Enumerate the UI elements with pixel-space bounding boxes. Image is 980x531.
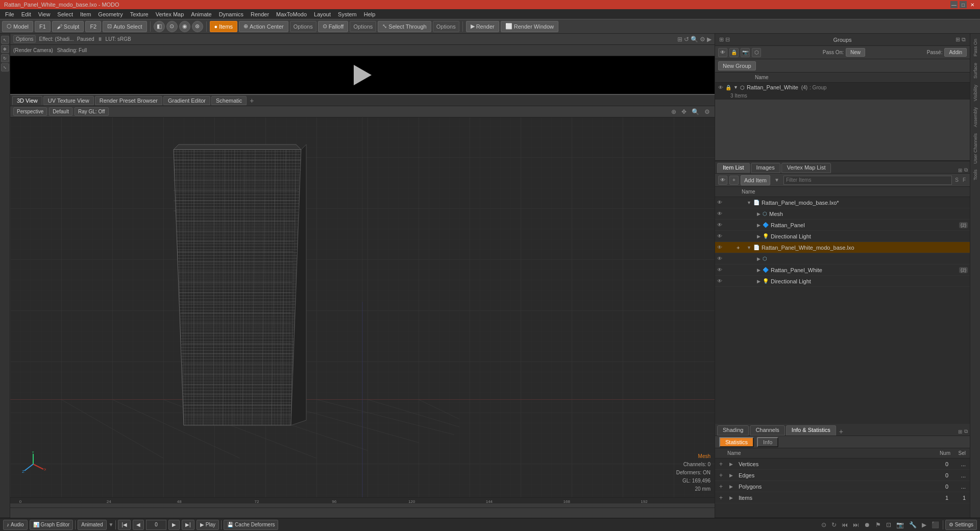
f1-button[interactable]: F1 [35, 21, 51, 32]
item-row-2-arrow[interactable]: ▶ [757, 223, 761, 228]
item-row-0[interactable]: 👁 ▼ 📄 Rattan_Panel_modo_base.lxo* [715, 197, 970, 208]
bottom-icon-4[interactable]: ⏭ [851, 521, 861, 528]
tab-shading[interactable]: Shading [717, 425, 749, 436]
tab-item-list[interactable]: Item List [717, 163, 750, 173]
sculpt-button[interactable]: 🖌 Sculpt [52, 21, 84, 32]
bottom-panel-expand-icon[interactable]: ⊞ [958, 429, 962, 435]
item-list-add-icon[interactable]: + [729, 176, 739, 185]
far-right-tab-visibility[interactable]: Visibility [972, 82, 979, 104]
auto-select-button[interactable]: ⊡ Auto Select [103, 21, 146, 32]
item-list-eye-icon[interactable]: 👁 [718, 176, 727, 185]
stats-arrow-items[interactable]: ▶ [729, 495, 737, 500]
new-group-button[interactable]: New Group [718, 61, 756, 70]
stats-arrow-edges[interactable]: ▶ [729, 473, 737, 478]
preview-icon-2[interactable]: ↺ [684, 36, 689, 43]
close-button[interactable]: ✕ [969, 1, 976, 8]
tab-uv-texture[interactable]: UV Texture View [43, 96, 94, 105]
play-button-bottom[interactable]: ▶ Play [197, 520, 219, 530]
render-window-button[interactable]: ⬜ Render Window [501, 21, 558, 32]
item-row-1-arrow[interactable]: ▶ [757, 211, 761, 216]
item-row-6-eye[interactable]: 👁 [717, 267, 724, 273]
groups-eye-icon[interactable]: 👁 [718, 48, 727, 57]
cache-deformers-button[interactable]: 💾 Cache Deformers [224, 520, 278, 530]
menu-vertex-map[interactable]: Vertex Map [153, 10, 187, 18]
bottom-icon-2[interactable]: ↻ [830, 521, 838, 528]
far-right-tab-user-channels[interactable]: User Channels [972, 130, 979, 167]
item-row-0-eye[interactable]: 👁 [717, 200, 724, 205]
groups-item-arrow[interactable]: ▼ [733, 85, 738, 90]
settings-button[interactable]: ⚙ Settings [945, 520, 977, 530]
step-back-button[interactable]: ◀ [133, 520, 144, 530]
item-row-3-eye[interactable]: 👁 [717, 233, 724, 239]
bottom-panel-popout-icon[interactable]: ⧉ [964, 428, 968, 435]
items-button[interactable]: ● Items [210, 21, 238, 32]
item-row-5-eye[interactable]: 👁 [717, 256, 724, 261]
menu-animate[interactable]: Animate [188, 10, 214, 18]
item-row-1-eye[interactable]: 👁 [717, 211, 724, 216]
item-row-3[interactable]: 👁 ▶ 💡 Directional Light [715, 231, 970, 242]
groups-panel-icon-expand[interactable]: ⊞ [955, 36, 960, 43]
right-tab-expand-icon[interactable]: ⊞ [958, 167, 962, 173]
prev-keyframe-button[interactable]: |◀ [118, 520, 131, 530]
viewport-icon-orbit[interactable]: ⊕ [671, 108, 676, 115]
graph-editor-button[interactable]: 📊 Graph Editor [30, 520, 74, 530]
filter-dropdown-icon[interactable]: ▼ [774, 177, 779, 183]
preview-icon-4[interactable]: ⚙ [700, 36, 705, 43]
ray-gl-button[interactable]: Ray GL: Off [75, 107, 109, 116]
item-row-3-arrow[interactable]: ▶ [757, 234, 761, 239]
menu-layout[interactable]: Layout [311, 10, 334, 18]
menu-view[interactable]: View [35, 10, 54, 18]
stats-add-vertices[interactable]: + [719, 461, 727, 468]
menu-maxtomodo[interactable]: MaxToModo [273, 10, 310, 18]
menu-file[interactable]: File [2, 10, 17, 18]
bottom-icon-11[interactable]: ⬛ [930, 521, 941, 528]
bottom-icon-6[interactable]: ⚑ [874, 521, 883, 528]
groups-ref-icon[interactable]: ⬡ [752, 48, 761, 57]
groups-lock-icon[interactable]: 🔒 [729, 48, 739, 57]
item-row-0-arrow[interactable]: ▼ [747, 200, 751, 205]
bottom-icon-8[interactable]: 📷 [895, 521, 905, 528]
menu-select[interactable]: Select [54, 10, 76, 18]
bottom-icon-10[interactable]: ▶ [920, 521, 928, 528]
far-right-tab-pass-on[interactable]: Pass On [972, 36, 979, 60]
toolbar-icon-2[interactable]: ⊙ [166, 21, 178, 32]
3d-viewport[interactable]: Perspective Default Ray GL: Off ⊕ ✥ 🔍 ⚙ … [10, 106, 715, 497]
falloff-button[interactable]: ⊙ Falloff [318, 21, 349, 32]
animated-button[interactable]: Animated [78, 520, 106, 530]
next-keyframe-button[interactable]: ▶| [182, 520, 194, 530]
stats-arrow-vertices[interactable]: ▶ [729, 462, 737, 467]
select-through-button[interactable]: ⤡ Select Through [378, 21, 431, 32]
groups-render-icon[interactable]: 📷 [741, 48, 750, 57]
stats-row-polygons[interactable]: + ▶ Polygons 0 ... [715, 481, 970, 492]
item-row-5[interactable]: 👁 ▶ ⬡ [715, 253, 970, 264]
add-viewport-tab[interactable]: + [248, 96, 256, 105]
far-right-tab-tools[interactable]: Tools [972, 166, 979, 183]
toolbar-icon-1[interactable]: ◧ [154, 21, 165, 32]
maximize-button[interactable]: □ [960, 1, 967, 8]
menu-item[interactable]: Item [77, 10, 94, 18]
bottom-icon-7[interactable]: ⊡ [885, 521, 893, 528]
passe-button[interactable]: Addin [944, 48, 967, 57]
tab-render-preset[interactable]: Render Preset Browser [95, 96, 162, 105]
preview-icon-1[interactable]: ⊞ [677, 36, 682, 43]
item-row-1[interactable]: 👁 ▶ ⬡ Mesh [715, 208, 970, 220]
timeline-track[interactable] [10, 508, 715, 518]
left-tool-4[interactable]: ⤡ [1, 63, 9, 71]
step-forward-button[interactable]: ▶ [168, 520, 180, 530]
menu-geometry[interactable]: Geometry [95, 10, 126, 18]
model-button[interactable]: ⬡ Model [2, 21, 33, 32]
add-item-button[interactable]: Add Item [741, 175, 770, 185]
stats-row-vertices[interactable]: + ▶ Vertices 0 ... [715, 458, 970, 470]
viewport-icon-zoom[interactable]: 🔍 [692, 108, 699, 115]
stats-add-items[interactable]: + [719, 494, 727, 501]
groups-panel-icon-popout[interactable]: ⧉ [962, 36, 966, 43]
item-row-4-arrow[interactable]: ▼ [747, 245, 751, 250]
bottom-icon-1[interactable]: ⊙ [820, 521, 828, 528]
default-button[interactable]: Default [49, 107, 72, 116]
left-tool-2[interactable]: ✥ [1, 45, 9, 53]
tab-images[interactable]: Images [751, 163, 780, 173]
minimize-button[interactable]: — [950, 1, 958, 8]
item-row-7-arrow[interactable]: ▶ [757, 279, 761, 284]
preview-icon-5[interactable]: ▶ [707, 36, 712, 43]
animated-dropdown-icon[interactable]: ▼ [109, 522, 114, 527]
